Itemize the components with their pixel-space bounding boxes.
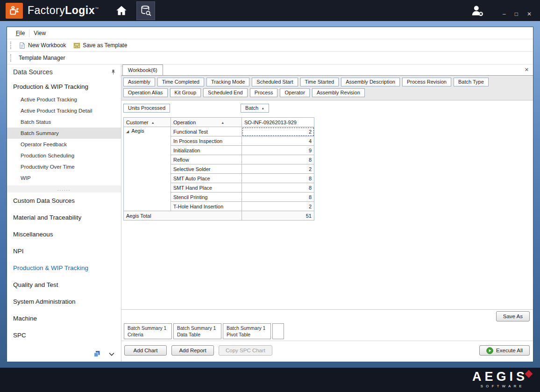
close-button[interactable]: ✕ [527, 11, 532, 17]
save-as-template-label: Save as Template [83, 42, 127, 49]
category-miscellaneous[interactable]: Miscellaneous [7, 226, 121, 243]
template-manager-button[interactable]: Template Manager [15, 54, 69, 62]
pivot-group-cell-aegis[interactable]: ◢Aegis [124, 127, 171, 211]
sidebar-item-batch-summary[interactable]: Batch Summary [7, 128, 121, 139]
category-material-and-traceability[interactable]: Material and Traceability [7, 209, 121, 226]
field-chip-process[interactable]: Process [250, 88, 278, 97]
maximize-button[interactable]: □ [515, 11, 518, 17]
save-as-strip: Save As [121, 309, 533, 322]
value-cell[interactable]: 8 [242, 155, 314, 164]
save-as-button[interactable]: Save As [496, 311, 530, 321]
category-custom-data-sources[interactable]: Custom Data Sources [7, 192, 121, 209]
workbook-main: Workbook(6) ✕ Assembly Time Completed Tr… [121, 64, 533, 362]
field-chip-scheduled-end[interactable]: Scheduled End [203, 88, 248, 97]
field-chip-assembly[interactable]: Assembly [123, 78, 155, 86]
category-npi[interactable]: NPI [7, 243, 121, 260]
value-cell[interactable]: 8 [242, 183, 314, 192]
field-chip-tracking-mode[interactable]: Tracking Mode [206, 78, 249, 86]
brand-factory: Factory [28, 4, 65, 16]
pivot-header-customer[interactable]: Customer▲ [124, 118, 171, 127]
customer-header-label: Customer [126, 120, 149, 125]
value-cell[interactable]: 8 [242, 192, 314, 202]
sort-asc-icon: ▲ [261, 107, 264, 110]
field-chip-assembly-revision[interactable]: Assembly Revision [312, 88, 365, 97]
workbook-close-icon[interactable]: ✕ [525, 67, 529, 73]
operation-header-label: Operation [173, 120, 196, 125]
value-cell[interactable]: 2 [242, 202, 314, 211]
toolbar-grip [10, 42, 12, 49]
category-quality-and-test[interactable]: Quality and Test [7, 277, 121, 293]
category-spc[interactable]: SPC [7, 327, 121, 344]
home-icon[interactable] [112, 1, 131, 20]
data-explorer-icon[interactable] [136, 1, 155, 20]
brand-trademark: ™ [95, 7, 99, 11]
field-chip-assembly-description[interactable]: Assembly Description [341, 78, 400, 86]
window-controls: – □ ✕ [503, 11, 532, 17]
field-chip-kit-group[interactable]: Kit Group [170, 88, 201, 97]
field-chip-operation-alias[interactable]: Operation Alias [123, 88, 168, 97]
sidebar-splitter[interactable]: ...... [7, 185, 121, 192]
value-cell[interactable]: 4 [242, 136, 314, 146]
sidebar-item-batch-status[interactable]: Batch Status [7, 116, 121, 128]
field-chip-time-completed[interactable]: Time Completed [157, 78, 204, 86]
aegis-logo: AEGIS SOFTWARE [472, 371, 532, 388]
pin-icon[interactable] [110, 69, 116, 75]
add-chart-button[interactable]: Add Chart [124, 345, 167, 356]
sheet-tab-line2: Criteria [128, 332, 168, 338]
sidebar-item-wip[interactable]: WIP [7, 172, 121, 184]
menu-view[interactable]: View [29, 30, 50, 36]
new-workbook-icon [19, 42, 26, 49]
sidebar-item-productivity-over-time[interactable]: Productivity Over Time [7, 161, 121, 172]
save-as-template-button[interactable]: Save as Template [70, 41, 131, 50]
operation-cell: Reflow [171, 155, 242, 164]
copy-spc-chart-button[interactable]: Copy SPC Chart [219, 345, 272, 356]
value-cell[interactable]: 2 [242, 127, 314, 136]
user-logout-icon[interactable] [468, 3, 487, 19]
sheet-tab-data-table[interactable]: Batch Summary 1 Data Table [173, 323, 221, 339]
aegis-wordmark: AEGIS [472, 371, 528, 383]
field-chip-scheduled-start[interactable]: Scheduled Start [252, 78, 298, 86]
brand-logix: Logix [65, 4, 95, 16]
sheet-tab-pivot-table[interactable]: Batch Summary 1 Pivot Table [223, 323, 271, 339]
sheet-tabstrip: Batch Summary 1 Criteria Batch Summary 1… [121, 322, 533, 341]
field-chip-batch-type[interactable]: Batch Type [454, 78, 489, 86]
data-sources-title: Data Sources [13, 68, 53, 76]
field-chip-time-started[interactable]: Time Started [300, 78, 339, 86]
app-title: FactoryLogix™ [28, 4, 99, 17]
operation-cell: Selective Solder [171, 164, 242, 174]
sheet-tab-stub [272, 323, 284, 339]
sheet-tab-line1: Batch Summary 1 [177, 325, 218, 332]
value-cell[interactable]: 8 [242, 174, 314, 183]
new-workbook-button[interactable]: New Workbook [15, 41, 70, 50]
data-area-chip-units-processed[interactable]: Units Processed [123, 104, 170, 113]
value-cell[interactable]: 2 [242, 164, 314, 174]
pivot-header-operation[interactable]: Operation▲ [171, 118, 242, 127]
sidebar-item-active-product-tracking-detail[interactable]: Active Product Tracking Detail [7, 105, 121, 116]
actions-row: Add Chart Add Report Copy SPC Chart Exec… [121, 341, 533, 362]
chevron-down-icon[interactable] [109, 352, 114, 356]
category-system-administration[interactable]: System Administration [7, 293, 121, 310]
sidebar-item-operator-feedback[interactable]: Operator Feedback [7, 139, 121, 150]
field-chip-process-revision[interactable]: Process Revision [402, 78, 451, 86]
titlebar-right: – □ ✕ [468, 3, 534, 19]
execute-all-button[interactable]: Execute All [479, 345, 530, 356]
value-cell[interactable]: 9 [242, 146, 314, 155]
fields-row-1: Assembly Time Completed Tracking Mode Sc… [123, 78, 531, 86]
toolbar-main: New Workbook Save as Template [7, 39, 533, 52]
category-production-wip-tracking[interactable]: Production & WIP Tracking [7, 260, 121, 277]
copy-pages-icon[interactable] [93, 350, 101, 358]
field-chip-operator[interactable]: Operator [280, 88, 309, 97]
menu-file[interactable]: File [12, 30, 29, 36]
sidebar-item-active-product-tracking[interactable]: Active Product Tracking [7, 94, 121, 105]
sheet-tab-criteria[interactable]: Batch Summary 1 Criteria [124, 323, 172, 339]
column-area-chip-batch[interactable]: Batch▲ [241, 104, 269, 113]
sidebar-item-production-scheduling[interactable]: Production Scheduling [7, 150, 121, 161]
workbook-tab[interactable]: Workbook(6) [122, 64, 163, 75]
category-machine[interactable]: Machine [7, 310, 121, 327]
toolbar-grip [10, 54, 12, 62]
add-report-button[interactable]: Add Report [171, 345, 214, 356]
minimize-button[interactable]: – [503, 11, 506, 17]
total-label-cell: Aegis Total [124, 211, 242, 221]
pivot-column-header-batch-value[interactable]: SO-INF-09262013-929 [242, 118, 314, 127]
sheet-tab-line2: Pivot Table [227, 332, 267, 338]
